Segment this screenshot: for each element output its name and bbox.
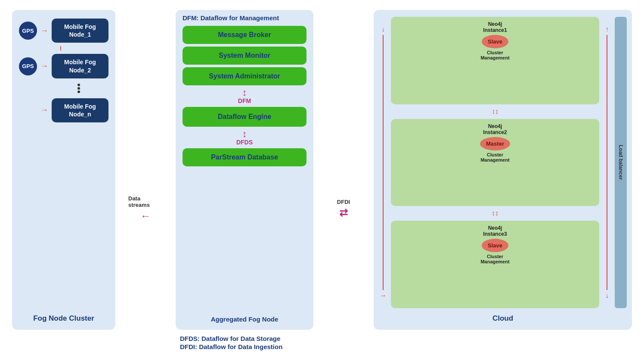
h-arrows-right: DFDI ⇄ (326, 87, 361, 330)
fog-cluster-label: Fog Node Cluster (33, 311, 94, 323)
cloud-left-line (383, 35, 384, 290)
neo4j-title-3: Neo4jInstance3 (483, 225, 507, 237)
fog-node-box-2: Mobile FogNode_2 (52, 54, 108, 78)
bottom-label-dfds: DFDS: Dataflow for Data Storage (180, 335, 282, 342)
red-v-arrows-1: ↕↕ (391, 108, 599, 116)
red-v-arrows-2: ↕↕ (391, 209, 599, 217)
slave-oval-1: Slave (482, 35, 508, 48)
dfds-label: DFDS (236, 139, 253, 146)
cloud-inner: ↓ → Neo4jInstance1 Slave ClusterManageme… (379, 17, 627, 308)
arrow-dfdi: ⇄ (339, 207, 348, 219)
cloud-left-arrows: ↓ → (379, 17, 387, 308)
slave-oval-3: Slave (482, 239, 508, 252)
load-balancer: Load balancer (615, 17, 627, 308)
message-broker-box: Message Broker (183, 26, 307, 44)
cloud-arrow-bottom: → (380, 292, 387, 300)
connector-1 (19, 46, 108, 50)
neo4j-instance-2: Neo4jInstance2 Master ClusterManagement (391, 119, 599, 206)
neo4j-title-1: Neo4jInstance1 (483, 21, 507, 33)
dataflow-engine-box: Dataflow Engine (183, 107, 307, 127)
cloud-label: Cloud (492, 311, 513, 323)
neo4j-instance-3: Neo4jInstance3 Slave ClusterManagement (391, 221, 599, 308)
arrow-right-2: → (40, 62, 48, 71)
dfdi-label: DFDI (337, 199, 350, 205)
dfm-arrow: ↕ DFM (238, 88, 251, 104)
h-arrows-left: Data streams ← (128, 87, 163, 330)
arrow-data-in: ← (140, 210, 151, 222)
arrow-right-n: → (40, 106, 48, 115)
fog-node-box-1: Mobile FogNode_1 (52, 19, 108, 43)
cloud-arrow-top: ↓ (381, 25, 385, 33)
system-monitor-box: System Monitor (183, 47, 307, 65)
gps-circle-2: GPS (19, 57, 37, 75)
cloud-right-line (607, 35, 607, 290)
cloud-arrow-bottom-right: ↓ (605, 292, 609, 300)
dots-row (77, 82, 80, 95)
dot-2 (77, 87, 80, 90)
dot-3 (77, 91, 80, 93)
parstream-box: ParStream Database (183, 148, 307, 166)
master-oval: Master (480, 137, 510, 150)
fog-node-box-n: Mobile FogNode_n (52, 98, 108, 122)
agg-fog-title: DFM: Dataflow for Management (183, 14, 279, 22)
dfds-arrow: ↕ DFDS (236, 129, 253, 146)
bottom-label-dfdi: DFDI: Dataflow for Data Ingestion (180, 343, 282, 350)
system-admin-box: System Administrator (183, 67, 307, 85)
cloud-arrow-top-right: ↑ (605, 25, 609, 33)
cloud: ↓ → Neo4jInstance1 Slave ClusterManageme… (374, 10, 632, 330)
diagram-container: GPS → Mobile FogNode_1 GPS → Mobile FogN… (8, 6, 636, 350)
agg-fog: DFM: Dataflow for Management Message Bro… (176, 10, 313, 330)
fog-node-row-n: → Mobile FogNode_n (19, 98, 108, 122)
neo4j-title-2: Neo4jInstance2 (483, 123, 507, 135)
cluster-mgmt-1: ClusterManagement (480, 50, 509, 60)
bottom-labels: DFDS: Dataflow for Data Storage DFDI: Da… (176, 331, 287, 350)
neo4j-col: Neo4jInstance1 Slave ClusterManagement ↕… (391, 17, 599, 308)
dot-1 (77, 84, 80, 86)
dfds-arrow-updown: ↕ (242, 129, 247, 139)
fog-node-row-2: GPS → Mobile FogNode_2 (19, 54, 108, 78)
data-streams-label: Data streams (128, 195, 163, 208)
cluster-mgmt-3: ClusterManagement (480, 254, 509, 264)
dfm-label: DFM (238, 97, 251, 104)
cluster-mgmt-2: ClusterManagement (480, 152, 509, 162)
neo4j-instance-1: Neo4jInstance1 Slave ClusterManagement (391, 17, 599, 104)
gps-circle-1: GPS (19, 22, 37, 40)
dfm-arrow-up: ↕ (242, 88, 247, 97)
fog-cluster: GPS → Mobile FogNode_1 GPS → Mobile FogN… (12, 10, 115, 330)
cloud-right-arrows: ↑ ↓ (603, 17, 611, 308)
fog-node-row-1: GPS → Mobile FogNode_1 (19, 19, 108, 43)
agg-fog-label: Aggregated Fog Node (211, 314, 279, 323)
main-row: GPS → Mobile FogNode_1 GPS → Mobile FogN… (8, 6, 636, 330)
arrow-right-1: → (40, 26, 48, 35)
